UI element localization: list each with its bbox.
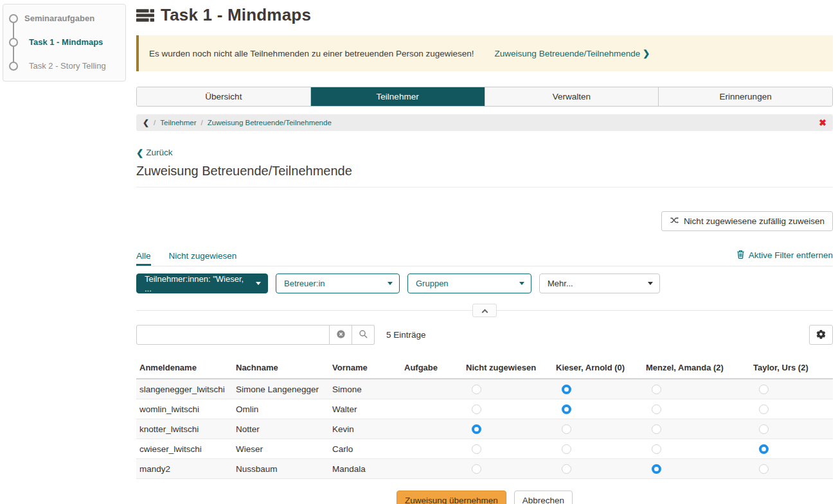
breadcrumb-back-icon[interactable]: ❮ (143, 118, 149, 127)
radio-menzel-amanda[interactable] (652, 444, 661, 454)
column-header-menzel-amanda-2[interactable]: Menzel, Amanda (2) (643, 363, 750, 372)
table-row: mandy2NussbaumMandala (136, 459, 833, 479)
breadcrumb-separator: / (154, 119, 156, 126)
cell-vorname: Kevin (329, 424, 401, 434)
tab-übersicht[interactable]: Übersicht (137, 87, 311, 106)
tab-erinnerungen[interactable]: Erinnerungen (659, 87, 832, 106)
clear-search-button[interactable] (330, 325, 352, 345)
search-input[interactable] (136, 325, 330, 345)
chevron-left-icon: ❮ (136, 148, 143, 158)
radio-kieser-arnold[interactable] (562, 464, 571, 474)
warning-text: Es wurden noch nicht alle Teilnehmenden … (149, 49, 474, 58)
radio-cell (750, 385, 833, 394)
close-icon[interactable]: ✖ (819, 117, 826, 128)
warning-banner: Es wurden noch nicht alle Teilnehmenden … (136, 35, 833, 71)
tab-verwalten[interactable]: Verwalten (485, 87, 659, 106)
radio-nicht-zugewiesen[interactable] (472, 444, 481, 454)
column-header-kieser-arnold-0[interactable]: Kieser, Arnold (0) (553, 363, 643, 372)
column-header-nachname[interactable]: Nachname (233, 363, 329, 372)
column-header-aufgabe[interactable]: Aufgabe (401, 363, 463, 372)
cell-vorname: Mandala (329, 464, 401, 474)
filter-tab-nicht-zugewiesen[interactable]: Nicht zugewiesen (169, 251, 237, 266)
radio-nicht-zugewiesen[interactable] (472, 385, 481, 394)
cancel-button[interactable]: Abbrechen (514, 491, 573, 504)
table-row: cwieser_lwitschiWieserCarlo (136, 439, 833, 459)
column-header-anmeldename[interactable]: Anmeldename (136, 363, 233, 372)
column-header-taylor-urs-2[interactable]: Taylor, Urs (2) (750, 363, 833, 372)
radio-cell (553, 404, 643, 414)
sidebar-item-task-1-mindmaps[interactable]: Task 1 - Mindmaps (29, 37, 103, 47)
sidebar-step: Task 1 - Mindmaps (9, 37, 119, 47)
radio-menzel-amanda[interactable] (652, 464, 661, 474)
detail-title: Zuweisung Betreuende/Teilnehmende (136, 164, 833, 187)
radio-cell (643, 385, 750, 394)
random-assign-button[interactable]: Nicht zugewiesene zufällig zuweisen (661, 211, 833, 231)
filter-pill-gruppen[interactable]: Gruppen (407, 274, 531, 293)
radio-taylor-urs[interactable] (759, 404, 769, 414)
actions-row: Nicht zugewiesene zufällig zuweisen (136, 211, 833, 231)
filter-pill-teilnehmer[interactable]: Teilnehmer:innen: "Wieser, ... (136, 274, 268, 293)
collapse-filters-button[interactable] (472, 304, 497, 317)
radio-cell (750, 404, 833, 414)
step-dot-icon (9, 38, 18, 47)
breadcrumb: ❮ /Teilnehmer/Zuweisung Betreuende/Teiln… (136, 114, 833, 131)
radio-nicht-zugewiesen[interactable] (472, 424, 481, 434)
breadcrumb-item-zuweisung-betreuende-teilnehmende[interactable]: Zuweisung Betreuende/Teilnehmende (208, 119, 332, 126)
participants-table: AnmeldenameNachnameVornameAufgabeNicht z… (136, 359, 833, 479)
radio-kieser-arnold[interactable] (562, 385, 571, 394)
radio-taylor-urs[interactable] (759, 444, 769, 454)
back-link[interactable]: ❮ Zurück (136, 148, 173, 158)
radio-taylor-urs[interactable] (759, 385, 769, 394)
cell-nachname: Simone Langenegger (233, 385, 329, 394)
assignment-link[interactable]: Zuweisung Betreuende/Teilnehmende ❯ (495, 48, 650, 58)
search-button[interactable] (352, 325, 375, 345)
radio-cell (463, 464, 553, 474)
radio-cell (643, 404, 750, 414)
column-header-vorname[interactable]: Vorname (329, 363, 401, 372)
radio-nicht-zugewiesen[interactable] (472, 464, 481, 474)
radio-taylor-urs[interactable] (759, 464, 769, 474)
filter-tab-alle[interactable]: Alle (136, 251, 151, 266)
radio-kieser-arnold[interactable] (562, 404, 571, 414)
radio-cell (463, 404, 553, 414)
main-content: Task 1 - Mindmaps Es wurden noch nicht a… (136, 0, 833, 504)
cell-nachname: Wieser (233, 444, 329, 454)
filter-pill-mehr[interactable]: Mehr... (539, 274, 660, 293)
filter-pill-betreuer[interactable]: Betreuer:in (276, 274, 400, 293)
radio-nicht-zugewiesen[interactable] (472, 404, 481, 414)
table-row: slangenegger_lwitschiSimone LangeneggerS… (136, 379, 833, 399)
step-dot-icon (9, 14, 18, 23)
radio-cell (643, 444, 750, 454)
course-steps: SeminaraufgabenTask 1 - MindmapsTask 2 -… (9, 13, 119, 71)
cell-vorname: Carlo (329, 444, 401, 454)
form-footer: Zuweisung übernehmen Abbrechen (136, 491, 833, 504)
cell-anmeldename: slangenegger_lwitschi (136, 385, 233, 394)
cell-vorname: Simone (329, 385, 401, 394)
radio-menzel-amanda[interactable] (652, 404, 661, 414)
table-settings-button[interactable] (809, 325, 833, 345)
submit-assignment-button[interactable]: Zuweisung übernehmen (397, 491, 506, 504)
page-header: Task 1 - Mindmaps (136, 5, 833, 25)
radio-kieser-arnold[interactable] (562, 424, 571, 434)
table-row: womlin_lwitschiOmlinWalter (136, 399, 833, 419)
chevron-up-icon (481, 309, 488, 315)
search-input-group (136, 325, 375, 345)
course-structure-sidebar: SeminaraufgabenTask 1 - MindmapsTask 2 -… (3, 4, 126, 82)
entry-count: 5 Einträge (386, 330, 426, 340)
filter-pill-label: Betreuer:in (284, 279, 325, 288)
chevron-down-icon (519, 282, 524, 285)
trash-icon (736, 250, 745, 261)
tasks-icon (136, 8, 154, 23)
radio-taylor-urs[interactable] (759, 424, 769, 434)
clear-filters-link[interactable]: Aktive Filter entfernen (736, 250, 833, 266)
radio-kieser-arnold[interactable] (562, 444, 571, 454)
sidebar-item-seminaraufgaben[interactable]: Seminaraufgaben (24, 13, 94, 23)
radio-menzel-amanda[interactable] (652, 424, 661, 434)
column-header-nicht-zugewiesen[interactable]: Nicht zugewiesen (463, 363, 553, 372)
tab-teilnehmer[interactable]: Teilnehmer (311, 87, 485, 106)
filter-pill-label: Gruppen (416, 279, 449, 288)
radio-menzel-amanda[interactable] (652, 385, 661, 394)
sidebar-item-task-2-story-telling[interactable]: Task 2 - Story Telling (29, 61, 106, 71)
chevron-right-icon: ❯ (643, 49, 650, 58)
breadcrumb-item-teilnehmer[interactable]: Teilnehmer (160, 119, 196, 126)
